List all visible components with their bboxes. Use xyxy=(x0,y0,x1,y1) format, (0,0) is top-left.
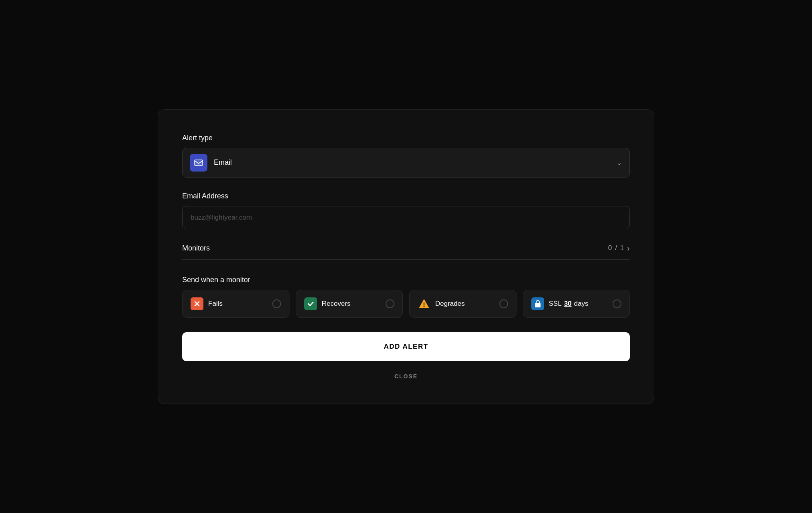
ssl-label: SSL 30 days xyxy=(549,300,589,308)
ssl-radio[interactable] xyxy=(613,299,621,308)
monitors-section: Monitors 0 / 1 › xyxy=(182,244,630,260)
monitors-nav: 0 / 1 › xyxy=(608,244,630,253)
monitors-label: Monitors xyxy=(182,244,210,252)
option-card-degrades[interactable]: Degrades xyxy=(409,290,517,318)
degrades-icon xyxy=(418,297,430,310)
monitors-separator: / xyxy=(615,244,617,252)
email-icon-wrapper xyxy=(190,154,207,172)
recovers-radio[interactable] xyxy=(386,299,394,308)
alert-type-section: Alert type Email ⌄ xyxy=(182,134,630,178)
svg-rect-3 xyxy=(535,303,541,307)
alert-type-value: Email xyxy=(214,158,232,167)
fails-icon xyxy=(191,297,203,310)
recovers-icon xyxy=(304,297,317,310)
email-address-section: Email Address xyxy=(182,192,630,229)
option-card-recovers[interactable]: Recovers xyxy=(296,290,403,318)
recovers-label: Recovers xyxy=(322,300,351,308)
monitors-current: 0 xyxy=(608,244,612,252)
fails-radio[interactable] xyxy=(272,299,281,308)
alert-type-left: Email xyxy=(190,154,232,172)
close-button[interactable]: CLOSE xyxy=(182,369,630,384)
modal: Alert type Email ⌄ Email Address Monitor… xyxy=(158,109,654,404)
degrades-radio[interactable] xyxy=(499,299,508,308)
send-when-section: Send when a monitor Fails xyxy=(182,276,630,318)
ssl-days-suffix: days xyxy=(574,300,589,308)
svg-point-2 xyxy=(424,306,425,307)
send-when-options: Fails Recovers xyxy=(182,290,630,318)
fails-label: Fails xyxy=(208,300,223,308)
ssl-text: SSL xyxy=(549,300,562,308)
email-icon xyxy=(194,158,203,168)
option-left-fails: Fails xyxy=(191,297,223,310)
option-card-fails[interactable]: Fails xyxy=(182,290,289,318)
monitors-next-arrow[interactable]: › xyxy=(627,244,630,253)
monitors-header: Monitors 0 / 1 › xyxy=(182,244,630,260)
option-left-degrades: Degrades xyxy=(418,297,465,310)
email-address-label: Email Address xyxy=(182,192,630,200)
degrades-label: Degrades xyxy=(435,300,465,308)
alert-type-dropdown[interactable]: Email ⌄ xyxy=(182,148,630,178)
option-card-ssl[interactable]: SSL 30 days xyxy=(523,290,630,318)
alert-type-label: Alert type xyxy=(182,134,630,142)
send-when-label: Send when a monitor xyxy=(182,276,630,284)
chevron-down-icon: ⌄ xyxy=(616,158,622,167)
ssl-icon xyxy=(531,297,544,310)
option-left-recovers: Recovers xyxy=(304,297,351,310)
option-left-ssl: SSL 30 days xyxy=(531,297,589,310)
ssl-days: 30 xyxy=(564,300,572,308)
add-alert-button[interactable]: ADD ALERT xyxy=(182,332,630,361)
svg-rect-0 xyxy=(195,160,203,166)
email-input[interactable] xyxy=(182,206,630,229)
monitors-total: 1 xyxy=(620,244,624,252)
